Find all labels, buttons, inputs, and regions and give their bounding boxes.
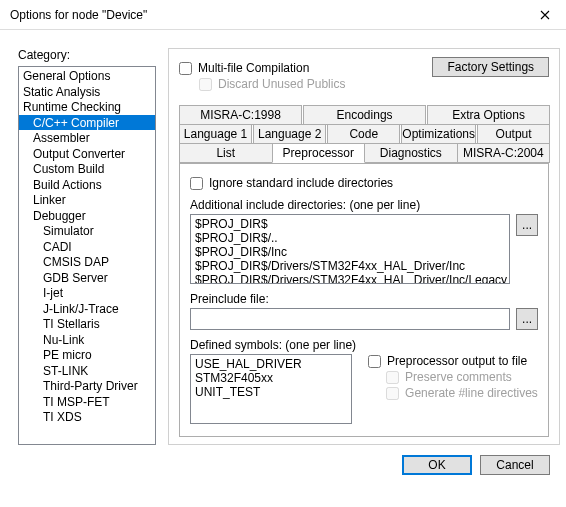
tab-list[interactable]: List	[179, 143, 273, 163]
category-item[interactable]: ST-LINK	[19, 363, 155, 379]
ignore-std-include-label: Ignore standard include directories	[209, 176, 393, 190]
pp-output-to-file-input[interactable]	[368, 355, 381, 368]
options-panel: Factory Settings Multi-file Compilation …	[168, 48, 560, 445]
tab-row-2: Language 1Language 2CodeOptimizationsOut…	[179, 124, 549, 144]
category-item[interactable]: Linker	[19, 192, 155, 208]
additional-include-textarea[interactable]: $PROJ_DIR$$PROJ_DIR$/..$PROJ_DIR$/Inc$PR…	[190, 214, 510, 284]
preinclude-label: Preinclude file:	[190, 292, 538, 306]
titlebar: Options for node "Device"	[0, 0, 566, 30]
multifile-compilation-input[interactable]	[179, 62, 192, 75]
preinclude-input[interactable]	[190, 308, 510, 330]
category-item[interactable]: TI XDS	[19, 409, 155, 425]
close-icon	[540, 10, 550, 20]
category-item[interactable]: Runtime Checking	[19, 99, 155, 115]
include-dir-line: $PROJ_DIR$/..	[195, 231, 507, 245]
pp-output-to-file-checkbox[interactable]: Preprocessor output to file	[368, 354, 538, 368]
generate-line-dir-input	[386, 387, 399, 400]
tab-misra-c-2004[interactable]: MISRA-C:2004	[457, 143, 551, 163]
ignore-std-include-input[interactable]	[190, 177, 203, 190]
tab-misra-c-1998[interactable]: MISRA-C:1998	[179, 105, 302, 125]
category-column: Category: General OptionsStatic Analysis…	[18, 48, 156, 445]
include-dir-line: $PROJ_DIR$/Drivers/STM32F4xx_HAL_Driver/…	[195, 273, 507, 284]
discard-unused-input	[199, 78, 212, 91]
category-item[interactable]: Build Actions	[19, 177, 155, 193]
category-item[interactable]: J-Link/J-Trace	[19, 301, 155, 317]
tab-diagnostics[interactable]: Diagnostics	[364, 143, 458, 163]
category-item[interactable]: I-jet	[19, 285, 155, 301]
defined-symbols-label: Defined symbols: (one per line)	[190, 338, 356, 352]
category-item[interactable]: PE micro	[19, 347, 155, 363]
generate-line-dir-label: Generate #line directives	[405, 386, 538, 400]
tab-extra-options[interactable]: Extra Options	[427, 105, 550, 125]
ok-button[interactable]: OK	[402, 455, 472, 475]
pp-output-to-file-label: Preprocessor output to file	[387, 354, 527, 368]
category-item[interactable]: Static Analysis	[19, 84, 155, 100]
category-item[interactable]: CADI	[19, 239, 155, 255]
tab-code[interactable]: Code	[327, 124, 400, 144]
tab-optimizations[interactable]: Optimizations	[401, 124, 476, 144]
defined-symbol-line: UNIT_TEST	[195, 385, 349, 399]
category-item[interactable]: Output Converter	[19, 146, 155, 162]
category-item[interactable]: Debugger	[19, 208, 155, 224]
close-button[interactable]	[524, 0, 566, 30]
discard-unused-label: Discard Unused Publics	[218, 77, 345, 91]
preserve-comments-label: Preserve comments	[405, 370, 512, 384]
category-item[interactable]: TI Stellaris	[19, 316, 155, 332]
category-item[interactable]: CMSIS DAP	[19, 254, 155, 270]
category-item[interactable]: Simulator	[19, 223, 155, 239]
cancel-button[interactable]: Cancel	[480, 455, 550, 475]
defined-symbol-line: USE_HAL_DRIVER	[195, 357, 349, 371]
ignore-std-include-checkbox[interactable]: Ignore standard include directories	[190, 176, 538, 190]
defined-symbol-line: STM32F405xx	[195, 371, 349, 385]
preinclude-browse-button[interactable]: ...	[516, 308, 538, 330]
category-item[interactable]: Assembler	[19, 130, 155, 146]
dialog-body: Category: General OptionsStatic Analysis…	[0, 30, 566, 483]
tab-encodings[interactable]: Encodings	[303, 105, 426, 125]
tab-language-1[interactable]: Language 1	[179, 124, 252, 144]
defined-symbols-textarea[interactable]: USE_HAL_DRIVERSTM32F405xxUNIT_TEST	[190, 354, 352, 424]
include-dir-line: $PROJ_DIR$/Inc	[195, 245, 507, 259]
tab-row-1: MISRA-C:1998EncodingsExtra Options	[179, 105, 549, 125]
factory-settings-button[interactable]: Factory Settings	[432, 57, 549, 77]
generate-line-dir-checkbox: Generate #line directives	[386, 386, 538, 400]
category-item[interactable]: Custom Build	[19, 161, 155, 177]
category-list[interactable]: General OptionsStatic AnalysisRuntime Ch…	[18, 66, 156, 445]
additional-include-label: Additional include directories: (one per…	[190, 198, 538, 212]
category-label: Category:	[18, 48, 156, 62]
category-item[interactable]: TI MSP-FET	[19, 394, 155, 410]
tab-panel-preprocessor: Ignore standard include directories Addi…	[179, 164, 549, 437]
category-item[interactable]: GDB Server	[19, 270, 155, 286]
tab-row-3: ListPreprocessorDiagnosticsMISRA-C:2004	[179, 143, 549, 164]
dialog-buttons: OK Cancel	[18, 455, 554, 475]
category-item[interactable]: General Options	[19, 68, 155, 84]
tab-language-2[interactable]: Language 2	[253, 124, 326, 144]
preserve-comments-checkbox: Preserve comments	[386, 370, 538, 384]
tab-output[interactable]: Output	[477, 124, 550, 144]
preserve-comments-input	[386, 371, 399, 384]
category-item[interactable]: Third-Party Driver	[19, 378, 155, 394]
include-dir-line: $PROJ_DIR$	[195, 217, 507, 231]
multifile-compilation-label: Multi-file Compilation	[198, 61, 309, 75]
tab-preprocessor[interactable]: Preprocessor	[272, 143, 366, 163]
discard-unused-checkbox: Discard Unused Publics	[199, 77, 549, 91]
category-item[interactable]: Nu-Link	[19, 332, 155, 348]
include-dir-line: $PROJ_DIR$/Drivers/STM32F4xx_HAL_Driver/…	[195, 259, 507, 273]
tabs: MISRA-C:1998EncodingsExtra Options Langu…	[179, 105, 549, 437]
additional-include-browse-button[interactable]: ...	[516, 214, 538, 236]
window-title: Options for node "Device"	[10, 8, 524, 22]
category-item[interactable]: C/C++ Compiler	[19, 115, 155, 131]
